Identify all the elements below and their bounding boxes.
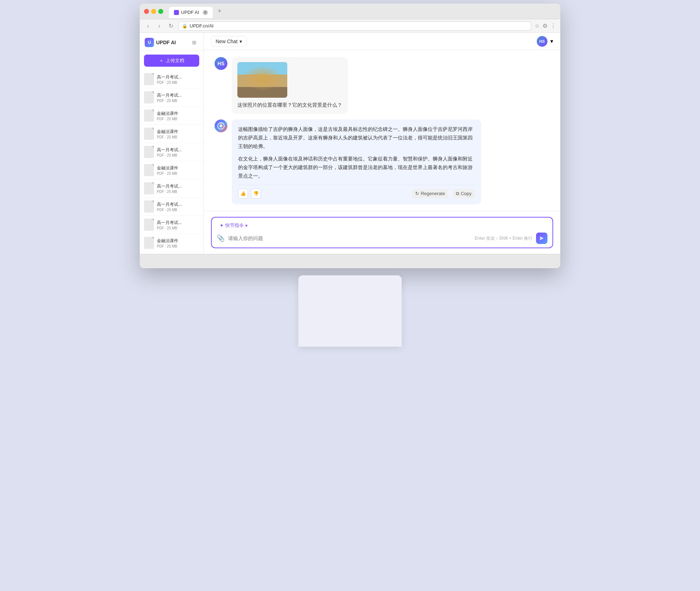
forward-button[interactable]: ›	[155, 22, 163, 30]
browser-toolbar-right: ☆ ⚙ ⋮	[535, 22, 556, 29]
regenerate-icon: ↻	[415, 191, 419, 196]
sidebar-file-item[interactable]: 金融法课件 PDF · 25 MB	[140, 161, 204, 179]
user-info: HS ▾	[537, 36, 553, 47]
sidebar-file-item[interactable]: 高一月考试... PDF · 25 MB	[140, 70, 204, 88]
sidebar-file-item[interactable]: 高一月考试... PDF · 25 MB	[140, 143, 204, 161]
file-name: 高一月考试...	[157, 74, 182, 80]
quick-cmd-label: 快节指令	[225, 222, 244, 229]
close-button[interactable]	[144, 9, 149, 14]
desktop-background-window	[298, 275, 402, 347]
file-icon	[144, 128, 154, 140]
quick-command-button[interactable]: ✦ 快节指令 ▾	[217, 221, 251, 230]
file-name: 金融法课件	[157, 129, 178, 135]
ai-response-p1: 这幅图像描绘了吉萨的狮身人面像，这是古埃及最具标志性的纪念碑之一。狮身人面像位于…	[238, 125, 475, 151]
sparkle-icon: ✦	[220, 223, 224, 228]
file-info: 高一月考试... PDF · 25 MB	[157, 147, 182, 157]
file-meta: PDF · 25 MB	[157, 81, 182, 85]
svg-point-3	[222, 126, 224, 128]
file-meta: PDF · 25 MB	[157, 226, 182, 230]
browser-status-bar	[140, 254, 560, 268]
message-feedback: 👍 👎	[238, 189, 261, 199]
message-input[interactable]	[228, 235, 471, 241]
user-message-avatar: HS	[215, 57, 227, 70]
user-message-bubble: 这张照片的位置在哪里？它的文化背景是什么？	[232, 57, 348, 114]
sidebar-file-item[interactable]: 金融法课件 PDF · 25 MB	[140, 234, 204, 252]
ai-avatar-inner	[215, 119, 227, 132]
main-chat: New Chat ▾ HS ▾ HS	[204, 33, 560, 254]
sidebar-file-item[interactable]: 金融法课件 PDF · 25 MB	[140, 107, 204, 125]
new-chat-label: New Chat	[216, 39, 237, 44]
extensions-icon[interactable]: ⚙	[542, 22, 547, 29]
traffic-lights	[144, 9, 163, 14]
user-message: HS 这张照片的位置在哪里？它的文化背景是什么？	[215, 57, 550, 114]
chevron-down-icon: ▾	[240, 39, 242, 44]
file-name: 金融法课件	[157, 238, 178, 244]
file-icon	[144, 109, 154, 122]
file-meta: PDF · 25 MB	[157, 244, 178, 248]
maximize-button[interactable]	[158, 9, 163, 14]
sphinx-image	[237, 62, 287, 98]
desktop-area	[298, 268, 402, 591]
url-text: UPDF.cn/AI	[190, 23, 213, 29]
sidebar-file-list: 高一月考试... PDF · 25 MB 高一月考试... PDF · 25 M…	[140, 70, 204, 254]
sidebar-toggle-button[interactable]: ⊞	[190, 38, 199, 47]
file-name: 高一月考试...	[157, 220, 182, 226]
copy-label: Copy	[461, 191, 472, 196]
attach-button[interactable]: 📎	[217, 234, 225, 242]
file-info: 高一月考试... PDF · 25 MB	[157, 74, 182, 85]
file-name: 高一月考试...	[157, 147, 182, 153]
thumbs-up-button[interactable]: 👍	[238, 189, 248, 199]
file-name: 高一月考试...	[157, 183, 182, 189]
file-info: 金融法课件 PDF · 25 MB	[157, 111, 178, 121]
plus-icon: ＋	[159, 57, 164, 64]
file-info: 金融法课件 PDF · 25 MB	[157, 165, 178, 175]
sidebar: U UPDF AI ⊞ ＋ 上传文档 高一月考试... PDF · 25 MB …	[140, 33, 204, 254]
logo-text: UPDF AI	[156, 40, 176, 45]
chat-input-area: ✦ 快节指令 ▾ 📎 Enter 发送；Shift + Enter 换行	[204, 211, 560, 254]
file-icon	[144, 200, 154, 213]
reload-button[interactable]: ↻	[167, 22, 175, 30]
new-tab-button[interactable]: +	[218, 7, 222, 15]
address-bar[interactable]: 🔒 UPDF.cn/AI	[178, 21, 531, 31]
sidebar-file-item[interactable]: 金融法课件 PDF · 25 MB	[140, 125, 204, 143]
browser-titlebar: UPDF AI ✕ +	[140, 4, 560, 19]
file-icon	[144, 164, 154, 176]
lock-icon: 🔒	[182, 24, 187, 29]
sidebar-file-item[interactable]: 高一月考试... PDF · 25 MB	[140, 88, 204, 107]
browser-window: UPDF AI ✕ + ‹ › ↻ 🔒 UPDF.cn/AI ☆ ⚙ ⋮ U U…	[140, 4, 560, 268]
send-button[interactable]	[536, 233, 547, 244]
new-chat-button[interactable]: New Chat ▾	[211, 36, 247, 47]
message-actions: 👍 👎 ↻ Regenerate ⧉ Copy	[238, 185, 475, 199]
chat-messages: HS 这张照片的位置在哪里？它的文化背景是什么？	[204, 50, 560, 211]
copy-button[interactable]: ⧉ Copy	[453, 189, 475, 198]
sidebar-file-item[interactable]: 高一月考试... PDF · 25 MB	[140, 179, 204, 198]
user-avatar: HS	[537, 36, 547, 47]
browser-tab[interactable]: UPDF AI ✕	[169, 7, 213, 18]
file-info: 金融法课件 PDF · 25 MB	[157, 129, 178, 139]
minimize-button[interactable]	[151, 9, 156, 14]
file-name: 高一月考试...	[157, 202, 182, 208]
svg-point-1	[220, 124, 222, 127]
bookmark-icon[interactable]: ☆	[535, 22, 540, 29]
sidebar-file-item[interactable]: 高一月考试... PDF · 25 MB	[140, 198, 204, 216]
svg-point-2	[220, 123, 222, 124]
copy-icon: ⧉	[456, 191, 459, 197]
menu-icon[interactable]: ⋮	[550, 22, 556, 29]
back-button[interactable]: ‹	[144, 22, 152, 30]
ai-message-bubble: 这幅图像描绘了吉萨的狮身人面像，这是古埃及最具标志性的纪念碑之一。狮身人面像位于…	[232, 119, 481, 204]
thumbs-down-button[interactable]: 👎	[251, 189, 261, 199]
regenerate-button[interactable]: ↻ Regenerate	[412, 189, 448, 198]
tab-close-button[interactable]: ✕	[203, 10, 208, 15]
ai-avatar	[215, 119, 227, 132]
browser-addressbar: ‹ › ↻ 🔒 UPDF.cn/AI ☆ ⚙ ⋮	[140, 19, 560, 33]
message-right-actions: ↻ Regenerate ⧉ Copy	[412, 189, 475, 198]
file-icon	[144, 146, 154, 158]
sidebar-file-item[interactable]: 金融法课件 PDF · 25 MB	[140, 252, 204, 254]
file-info: 高一月考试... PDF · 25 MB	[157, 220, 182, 230]
file-icon	[144, 237, 154, 249]
file-icon	[144, 219, 154, 231]
app-container: U UPDF AI ⊞ ＋ 上传文档 高一月考试... PDF · 25 MB …	[140, 33, 560, 254]
upload-document-button[interactable]: ＋ 上传文档	[144, 55, 199, 67]
sidebar-file-item[interactable]: 高一月考试... PDF · 25 MB	[140, 216, 204, 234]
ai-response-p2: 在文化上，狮身人面像在埃及神话和历史中占有重要地位。它象征着力量、智慧和保护。狮…	[238, 155, 475, 180]
